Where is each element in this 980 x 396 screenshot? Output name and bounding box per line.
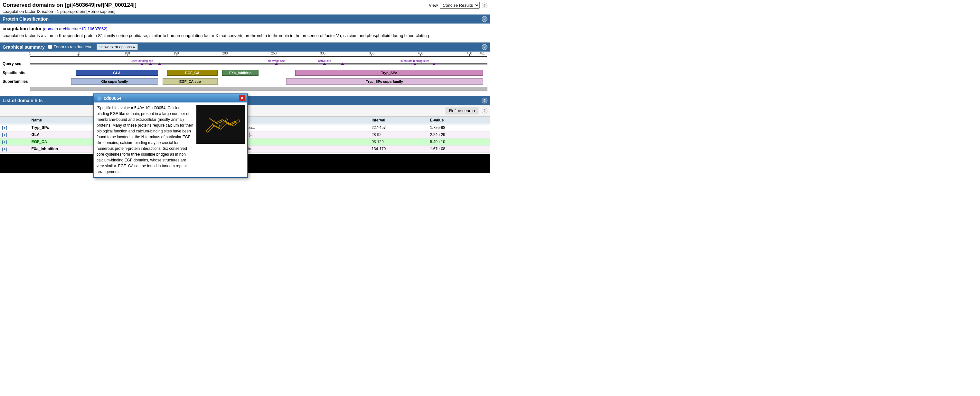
popup-body: [Specific hit, evalue = 5.49e-10]cd00054… — [94, 102, 247, 173]
expand-btn[interactable]: [+] — [0, 145, 29, 152]
zoom-label[interactable]: Zoom to residue level — [48, 45, 93, 49]
expand-btn[interactable]: [+] — [0, 131, 29, 138]
page-title: Conserved domains on [gi|4503649|ref|NP_… — [3, 2, 137, 8]
refine-search-button[interactable]: Refine search — [445, 107, 479, 114]
protein-classification-body: coagulation factor (domain architecture … — [0, 24, 490, 43]
domain-name-line: coagulation factor (domain architecture … — [3, 26, 487, 31]
col-interval: Interval — [370, 117, 428, 124]
view-label: View — [429, 3, 438, 8]
active-site: active site — [318, 59, 331, 65]
cleavage-site: cleavage site — [268, 59, 285, 65]
superfamilies-row: Superfamilies Gla superfamily EGF_CA sup… — [3, 78, 487, 85]
query-seq-track: Ca2+ binding site cleavage site active s… — [30, 59, 487, 68]
specific-hits-row: Specific hits GLA EGF_CA FXa_inhibitio T… — [3, 69, 487, 77]
ruler-line — [30, 56, 487, 57]
specific-hits-track: GLA EGF_CA FXa_inhibitio Tryp_SPc — [30, 69, 487, 77]
superfam-bar-egfca[interactable]: EGF_CA sup — [162, 78, 218, 85]
col-expand — [0, 117, 29, 124]
query-seq-label: Query seq. — [3, 62, 30, 66]
popup-titlebar: i cd00054 ✕ — [94, 94, 247, 102]
page-header: Conserved domains on [gi|4503649|ref|NP_… — [0, 0, 490, 14]
show-extra-btn[interactable]: show extra options » — [97, 44, 138, 50]
query-seq-row: Query seq. Ca2+ binding site cleavage si… — [3, 59, 487, 68]
ca2-binding-site-3 — [158, 59, 161, 65]
expand-btn[interactable]: [+] — [0, 138, 29, 145]
popup-title: cd00054 — [103, 96, 121, 101]
domain-bar-egfca[interactable]: EGF_CA — [167, 70, 217, 76]
row-evalue: 2.24e-29 — [428, 131, 490, 138]
domain-bar-gla[interactable]: GLA — [76, 70, 158, 76]
row-evalue: 1.67e-08 — [428, 145, 490, 152]
row-interval: 134-170 — [370, 145, 428, 152]
row-interval: 93-129 — [370, 138, 428, 145]
domain-description: coagulation factor is a vitamin K-depend… — [3, 32, 487, 39]
substrate-binding-sites: substrate binding sites — [401, 59, 430, 65]
search-help-icon[interactable]: ? — [482, 108, 487, 113]
col-evalue: E-value — [428, 117, 490, 124]
row-evalue: 1.72e-98 — [428, 124, 490, 131]
active-site-2 — [341, 59, 344, 65]
popup-text: [Specific hit, evalue = 5.49e-10]cd00054… — [97, 105, 194, 173]
expand-btn[interactable]: [+] — [0, 124, 29, 131]
view-control: View Concise Results Full Results Brief … — [429, 2, 487, 9]
view-select[interactable]: Concise Results Full Results Brief Resul… — [440, 2, 480, 9]
scroll-row — [3, 86, 487, 91]
zoom-checkbox[interactable] — [48, 45, 52, 49]
row-evalue: 5.49e-10 — [428, 138, 490, 145]
title-area: Conserved domains on [gi|4503649|ref|NP_… — [3, 2, 137, 14]
popup-protein-image — [196, 105, 245, 144]
superfamilies-label: Superfamilies — [3, 79, 30, 84]
substrate-binding-sites-2 — [433, 59, 436, 65]
ruler: 1 50 100 150 200 250 300 350 400 450 461 — [30, 51, 487, 59]
ca2-binding-site-2 — [149, 59, 152, 65]
view-help-icon[interactable]: ? — [482, 3, 487, 8]
row-interval: 28-92 — [370, 131, 428, 138]
protein-classification-help-icon[interactable]: ? — [482, 16, 487, 22]
graphical-summary-header: Graphical summary Zoom to residue level … — [0, 43, 490, 51]
popup-close-button[interactable]: ✕ — [239, 95, 245, 101]
superfam-bar-tryp[interactable]: Tryp_SPc superfamily — [286, 78, 483, 85]
row-interval: 227-457 — [370, 124, 428, 131]
superfam-bar-gla[interactable]: Gla superfamily — [71, 78, 158, 85]
svg-rect-0 — [196, 105, 245, 144]
diagram-area: 1 50 100 150 200 250 300 350 400 450 461… — [0, 51, 490, 95]
specific-hits-label: Specific hits — [3, 70, 30, 75]
protein-classification-header: Protein Classification ? — [0, 14, 490, 24]
domain-bar-fxa[interactable]: FXa_inhibitio — [222, 70, 259, 76]
popup-info-icon: i — [97, 96, 102, 101]
domain-arch-link[interactable]: domain architecture ID 10637862 — [44, 26, 106, 31]
domain-hits-help-icon[interactable]: ? — [482, 97, 487, 104]
domain-popup: i cd00054 ✕ [Specific hit, evalue = 5.49… — [93, 93, 248, 173]
superfamilies-track: Gla superfamily EGF_CA sup Tryp_SPc supe… — [30, 78, 487, 85]
subtitle: coagulation factor IX isoform 1 prepropr… — [3, 9, 137, 14]
horizontal-scrollbar[interactable] — [30, 87, 487, 91]
domain-bar-tryp[interactable]: Tryp_SPc — [295, 70, 483, 76]
graphical-summary-help-icon[interactable]: ? — [482, 44, 487, 50]
